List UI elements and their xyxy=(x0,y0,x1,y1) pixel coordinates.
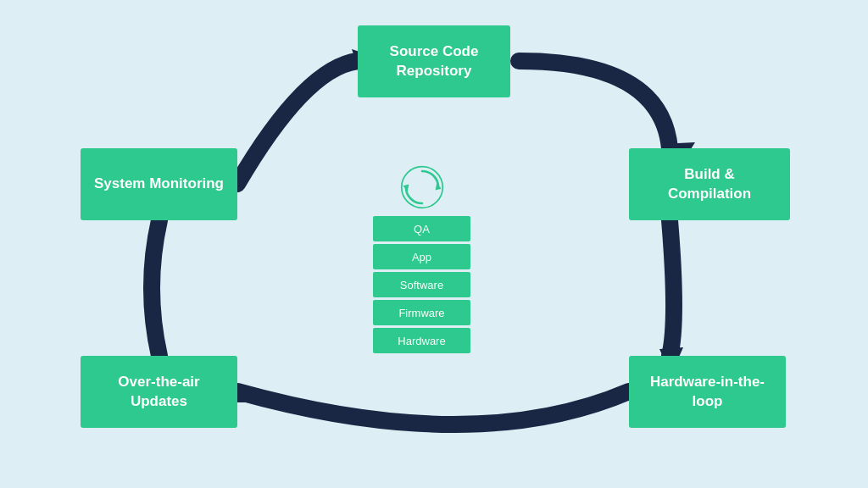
stack-item-firmware: Firmware xyxy=(373,300,470,325)
diagram-container: Source Code Repository Build & Compilati… xyxy=(0,0,868,488)
source-code-box: Source Code Repository xyxy=(358,25,510,97)
cycle-arrows-icon xyxy=(400,165,444,209)
ota-box: Over-the-air Updates xyxy=(81,356,237,428)
system-monitoring-box: System Monitoring xyxy=(81,148,237,220)
center-stack: QA App Software Firmware Hardware xyxy=(373,165,470,356)
build-compilation-box: Build & Compilation xyxy=(629,148,790,220)
stack-item-qa: QA xyxy=(373,216,470,241)
stack-item-software: Software xyxy=(373,272,470,297)
stack-item-app: App xyxy=(373,244,470,269)
hardware-loop-box: Hardware-in-the-loop xyxy=(629,356,786,428)
stack-item-hardware: Hardware xyxy=(373,328,470,353)
